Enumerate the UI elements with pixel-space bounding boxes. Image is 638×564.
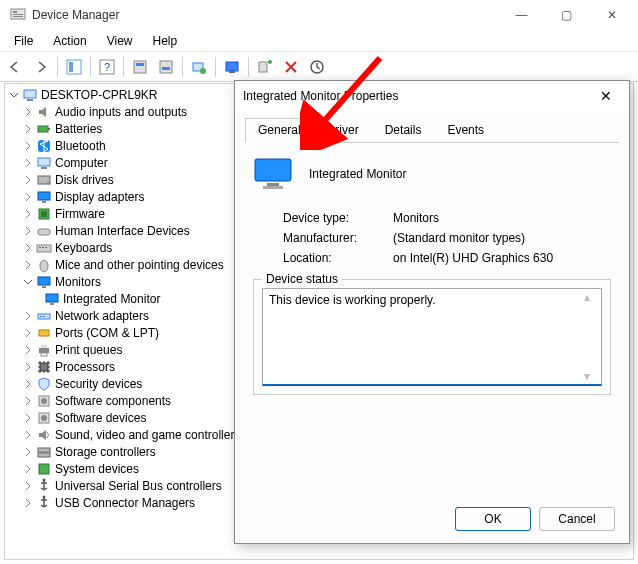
tree-item-label: Disk drives	[55, 173, 114, 187]
tree-item-label: Print queues	[55, 343, 122, 357]
toolbar-icon-c[interactable]	[187, 55, 211, 79]
expand-icon[interactable]	[21, 156, 35, 170]
category-icon	[36, 495, 52, 511]
expand-icon[interactable]	[21, 326, 35, 340]
help-toolbar-button[interactable]: ?	[95, 55, 119, 79]
expand-icon[interactable]	[21, 309, 35, 323]
svg-rect-35	[45, 247, 47, 248]
svg-rect-20	[38, 126, 48, 132]
expand-icon[interactable]	[21, 275, 35, 289]
titlebar: Device Manager — ▢ ✕	[0, 0, 638, 30]
collapse-icon[interactable]	[7, 88, 21, 102]
expand-icon[interactable]	[21, 258, 35, 272]
category-icon	[36, 308, 52, 324]
menu-file[interactable]: File	[4, 32, 43, 50]
expand-icon[interactable]	[21, 394, 35, 408]
svg-point-36	[40, 260, 48, 272]
dialog-tabs: General Driver Details Events	[245, 117, 619, 143]
category-icon	[36, 104, 52, 120]
svg-rect-21	[48, 128, 50, 130]
tab-general[interactable]: General	[245, 118, 314, 143]
tree-item-label: Universal Serial Bus controllers	[55, 479, 222, 493]
properties-dialog: Integrated Monitor Properties ✕ General …	[234, 80, 630, 544]
menu-action[interactable]: Action	[43, 32, 96, 50]
svg-rect-30	[41, 211, 47, 217]
device-status-text: This device is working properly.	[269, 293, 436, 307]
expand-icon[interactable]	[21, 445, 35, 459]
tree-root-label: DESKTOP-CPRL9KR	[41, 88, 157, 102]
dialog-title: Integrated Monitor Properties	[243, 89, 591, 103]
svg-rect-2	[13, 14, 23, 15]
expand-icon[interactable]	[21, 428, 35, 442]
svg-point-50	[41, 398, 47, 404]
ok-button[interactable]: OK	[455, 507, 531, 531]
expand-icon[interactable]	[21, 190, 35, 204]
device-name: Integrated Monitor	[309, 167, 406, 181]
add-device-button[interactable]	[253, 55, 277, 79]
tab-details[interactable]: Details	[372, 118, 435, 143]
toolbar-icon-b[interactable]	[154, 55, 178, 79]
expand-icon[interactable]	[21, 207, 35, 221]
expand-icon[interactable]	[21, 479, 35, 493]
tree-item-label: USB Connector Managers	[55, 496, 195, 510]
minimize-button[interactable]: —	[499, 0, 544, 30]
tree-item-label: Batteries	[55, 122, 102, 136]
update-settings-button[interactable]	[305, 55, 329, 79]
tree-item-label: Human Interface Devices	[55, 224, 190, 238]
menu-help[interactable]: Help	[143, 32, 188, 50]
expand-icon[interactable]	[21, 105, 35, 119]
maximize-button[interactable]: ▢	[544, 0, 589, 30]
tab-events[interactable]: Events	[434, 118, 497, 143]
scrollbar[interactable]: ▴ ▾	[584, 290, 600, 383]
expand-icon[interactable]	[21, 241, 35, 255]
tree-item-label: Display adapters	[55, 190, 144, 204]
tree-item-label: Software devices	[55, 411, 146, 425]
category-icon	[36, 172, 52, 188]
svg-point-13	[200, 68, 206, 74]
tree-item-label: Security devices	[55, 377, 142, 391]
svg-rect-39	[46, 294, 58, 302]
category-icon	[36, 376, 52, 392]
svg-rect-34	[42, 247, 44, 248]
tab-driver[interactable]: Driver	[314, 118, 372, 143]
category-icon	[36, 359, 52, 375]
svg-rect-8	[134, 61, 146, 73]
menu-view[interactable]: View	[97, 32, 143, 50]
expand-icon[interactable]	[21, 411, 35, 425]
expand-icon[interactable]	[21, 139, 35, 153]
dialog-close-button[interactable]: ✕	[591, 88, 621, 104]
scroll-up-icon[interactable]: ▴	[584, 290, 600, 304]
show-hide-tree-button[interactable]	[62, 55, 86, 79]
svg-rect-33	[39, 247, 41, 248]
expand-icon[interactable]	[21, 360, 35, 374]
svg-rect-3	[13, 16, 23, 17]
close-button[interactable]: ✕	[589, 0, 634, 30]
expand-icon[interactable]	[21, 377, 35, 391]
forward-button[interactable]	[29, 55, 53, 79]
svg-rect-32	[37, 245, 51, 252]
device-status-textbox[interactable]: This device is working properly. ▴ ▾	[262, 288, 602, 386]
scroll-down-icon[interactable]: ▾	[584, 369, 600, 383]
expand-icon[interactable]	[21, 462, 35, 476]
expand-icon[interactable]	[21, 122, 35, 136]
expand-icon[interactable]	[21, 173, 35, 187]
expand-icon[interactable]	[21, 496, 35, 510]
monitor-icon	[44, 291, 60, 307]
back-button[interactable]	[3, 55, 27, 79]
svg-rect-54	[38, 453, 50, 457]
computer-icon	[22, 87, 38, 103]
expand-icon[interactable]	[21, 343, 35, 357]
dialog-titlebar[interactable]: Integrated Monitor Properties ✕	[235, 81, 629, 111]
svg-rect-28	[42, 201, 46, 203]
toolbar-icon-a[interactable]	[128, 55, 152, 79]
expand-icon[interactable]	[21, 224, 35, 238]
svg-rect-42	[40, 316, 42, 317]
remove-device-button[interactable]	[279, 55, 303, 79]
tree-item-label: Monitors	[55, 275, 101, 289]
scan-hardware-button[interactable]	[220, 55, 244, 79]
cancel-button[interactable]: Cancel	[539, 507, 615, 531]
location-label: Location:	[283, 251, 393, 265]
category-icon	[36, 155, 52, 171]
tree-item-label: Bluetooth	[55, 139, 106, 153]
svg-rect-27	[38, 192, 50, 200]
